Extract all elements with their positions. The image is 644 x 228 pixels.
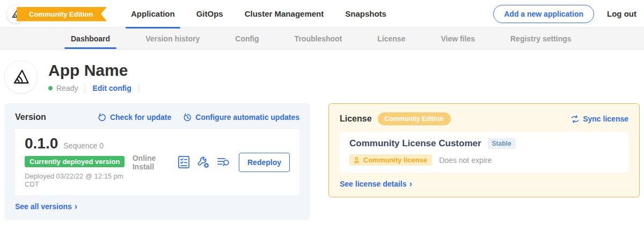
- currently-deployed-badge: Currently deployed version: [25, 156, 125, 167]
- edition-ribbon-badge: Community Edition: [17, 7, 107, 22]
- divider: [138, 84, 139, 92]
- app-logo-icon: [11, 67, 31, 87]
- check-for-update-link[interactable]: Check for update: [98, 113, 171, 122]
- top-bar-right: Add a new application Log out: [493, 5, 636, 23]
- edit-config-link[interactable]: Edit config: [92, 84, 131, 92]
- tab-registry-settings[interactable]: Registry settings: [502, 28, 580, 49]
- version-card-actions: Check for update Configure automatic upd…: [98, 113, 299, 122]
- current-version-panel: 0.1.0 Sequence 0 Currently deployed vers…: [15, 129, 299, 195]
- config-wrench-icon[interactable]: [197, 156, 210, 169]
- version-card: Version Check for update: [4, 103, 310, 220]
- sync-license-label: Sync license: [583, 115, 628, 123]
- license-type-badge: Community license: [349, 154, 432, 166]
- divider: [85, 84, 85, 92]
- app-status-row: Ready Edit config: [48, 84, 146, 92]
- configure-automatic-updates-label: Configure automatic updates: [195, 113, 299, 122]
- see-license-details-link[interactable]: See license details ›: [340, 180, 412, 188]
- customer-name: Community License Customer: [349, 138, 481, 149]
- license-card-header: License Community Edition Sync license: [340, 112, 628, 125]
- app-header-text: App Name Ready Edit config: [48, 61, 146, 92]
- customer-row: Community License Customer Stable: [349, 138, 619, 149]
- see-all-versions-link[interactable]: See all versions ›: [15, 202, 77, 211]
- tab-troubleshoot[interactable]: Troubleshoot: [286, 28, 351, 49]
- deployed-timestamp: Deployed 03/22/22 @ 12:15 pm CDT: [25, 172, 133, 188]
- tab-dashboard[interactable]: Dashboard: [62, 28, 119, 49]
- nav-application[interactable]: Application: [120, 0, 186, 28]
- app-header: App Name Ready Edit config: [0, 49, 644, 94]
- top-bar: Community Edition Application GitOps Clu…: [0, 0, 644, 28]
- version-card-header: Version Check for update: [15, 112, 299, 122]
- chevron-right-icon: ›: [75, 202, 77, 211]
- chevron-right-icon: ›: [409, 180, 412, 188]
- page-title: App Name: [48, 61, 146, 79]
- nav-gitops[interactable]: GitOps: [186, 0, 234, 28]
- person-icon: [353, 156, 360, 163]
- license-card-title: License: [340, 114, 372, 124]
- primary-nav: Application GitOps Cluster Management Sn…: [120, 0, 397, 28]
- tab-license[interactable]: License: [369, 28, 414, 49]
- redeploy-button[interactable]: Redeploy: [239, 153, 290, 172]
- version-number: 0.1.0: [25, 136, 58, 151]
- tab-view-files[interactable]: View files: [432, 28, 484, 49]
- license-card: License Community Edition Sync license: [328, 103, 640, 197]
- logout-link[interactable]: Log out: [607, 9, 636, 18]
- license-type-row: Community license Does not expire: [349, 154, 619, 166]
- version-card-title: Version: [15, 112, 46, 122]
- auto-update-icon: [183, 113, 192, 122]
- deploy-logs-icon[interactable]: [217, 156, 230, 168]
- preflight-checklist-icon[interactable]: [178, 155, 190, 169]
- license-type-label: Community license: [363, 156, 427, 164]
- configure-automatic-updates-link[interactable]: Configure automatic updates: [183, 113, 299, 122]
- brand: Community Edition: [0, 0, 111, 28]
- install-type-label: Online Install: [133, 154, 169, 171]
- see-all-versions-label: See all versions: [15, 202, 72, 211]
- app-sub-nav: Dashboard Version history Config Trouble…: [0, 28, 644, 49]
- app-status-text: Ready: [56, 84, 78, 92]
- tab-config[interactable]: Config: [226, 28, 267, 49]
- tab-version-history[interactable]: Version history: [137, 28, 208, 49]
- version-actions: Online Install: [133, 153, 290, 172]
- dashboard-cards: Version Check for update: [0, 94, 644, 220]
- add-new-application-button[interactable]: Add a new application: [493, 5, 594, 23]
- community-edition-badge: Community Edition: [378, 112, 451, 125]
- current-version-info: 0.1.0 Sequence 0 Currently deployed vers…: [25, 136, 133, 188]
- see-license-details-label: See license details: [340, 180, 407, 188]
- version-number-row: 0.1.0 Sequence 0: [25, 136, 133, 151]
- license-details-panel: Community License Customer Stable Commun…: [340, 132, 628, 173]
- nav-snapshots[interactable]: Snapshots: [334, 0, 397, 28]
- refresh-icon: [98, 113, 107, 122]
- check-for-update-label: Check for update: [110, 113, 171, 122]
- sequence-label: Sequence 0: [63, 141, 104, 150]
- sync-icon: [570, 115, 580, 123]
- sync-license-link[interactable]: Sync license: [570, 115, 628, 123]
- channel-badge: Stable: [488, 138, 516, 149]
- license-card-actions: Sync license: [570, 115, 628, 123]
- nav-cluster-management[interactable]: Cluster Management: [234, 0, 335, 28]
- status-dot: [48, 86, 53, 90]
- app-avatar: [4, 60, 38, 94]
- admin-console-page: Community Edition Application GitOps Clu…: [0, 0, 644, 228]
- expiry-text: Does not expire: [439, 156, 492, 165]
